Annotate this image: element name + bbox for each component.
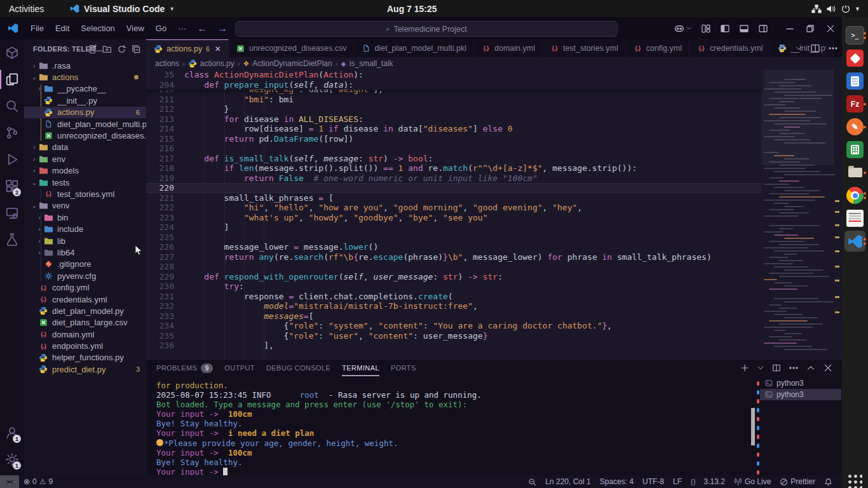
prettier[interactable]: Prettier	[775, 475, 820, 488]
tree-item-venv[interactable]: ⌄venv	[24, 200, 146, 212]
tree-item-actions[interactable]: ⌄actions	[24, 71, 146, 83]
terminal-instance[interactable]: python3	[760, 377, 841, 389]
testing-icon[interactable]	[0, 226, 24, 253]
close-icon[interactable]	[825, 24, 836, 34]
tab-unrecognized-diseases-csv[interactable]: unrecognized_diseases.csv	[229, 39, 355, 57]
overview-ruler[interactable]	[834, 70, 842, 359]
sidebar-left-icon[interactable]	[720, 24, 730, 34]
tree-item-pyvenv-cfg[interactable]: pyvenv.cfg	[24, 270, 146, 281]
eol[interactable]: LF	[668, 475, 686, 488]
forward-arrow-icon[interactable]: →	[212, 23, 233, 34]
new-folder-icon[interactable]	[102, 44, 112, 54]
panel-bottom-icon[interactable]	[739, 24, 749, 34]
vscode-logo-icon[interactable]	[8, 23, 18, 34]
tree-item-models[interactable]: ›models	[24, 165, 146, 177]
tree-item-env[interactable]: ›env	[24, 153, 146, 165]
python-version[interactable]: 3.13.2	[700, 475, 729, 488]
system-tray[interactable]: ▼	[811, 0, 860, 17]
breadcrumb-item[interactable]: actions	[155, 59, 179, 68]
calc-app-icon[interactable]	[844, 139, 865, 160]
settings-gear-icon[interactable]: 1	[0, 446, 24, 473]
tree-item---pycache--[interactable]: ›__pycache__	[24, 83, 146, 95]
chrome-app-icon[interactable]	[844, 185, 865, 206]
copilot-icon[interactable]	[674, 23, 692, 34]
vscode-app-icon[interactable]	[844, 231, 865, 252]
collapse-all-icon[interactable]	[132, 44, 141, 54]
minimize-icon[interactable]	[785, 24, 795, 34]
refresh-icon[interactable]	[117, 44, 126, 54]
menu-edit[interactable]: Edit	[50, 24, 75, 33]
close-icon[interactable]	[823, 363, 833, 373]
breadcrumb-item[interactable]: is_small_talk	[349, 59, 393, 68]
restore-icon[interactable]	[805, 24, 815, 34]
tree-item-predict-diet-py[interactable]: predict_diet.py3	[24, 363, 146, 375]
extensions-icon[interactable]: 2	[0, 173, 24, 200]
menu-selection[interactable]: Selection	[75, 24, 120, 33]
remote-explorer-icon[interactable]	[0, 200, 24, 226]
account-icon[interactable]: 1	[0, 419, 24, 446]
tree-item-tests[interactable]: ⌄tests	[24, 177, 146, 188]
menu-go[interactable]: Go	[150, 24, 172, 33]
chevron-up-icon[interactable]	[806, 363, 815, 372]
tree-item-diet-plan-model-multi-pkl[interactable]: diet_plan_model_multi.pkl	[24, 118, 146, 130]
layout-grid-icon[interactable]	[701, 24, 711, 34]
tab-diet-plan-model-multi-pkl[interactable]: diet_plan_model_multi.pkl	[354, 39, 474, 57]
menu-view[interactable]: View	[121, 24, 150, 33]
tree-item-unrecognized-diseases-csv[interactable]: unrecognized_diseases.csv	[24, 130, 146, 141]
terminal-app-icon[interactable]: >_	[844, 25, 865, 46]
split-editor-icon[interactable]	[810, 43, 820, 53]
terminal-instance[interactable]: python3	[760, 389, 841, 400]
indentation[interactable]: Spaces: 4	[595, 475, 638, 488]
close-icon[interactable]: ✕	[215, 44, 221, 53]
breadcrumb[interactable]: actions›actions.py›❖ActionDynamicDietPla…	[146, 57, 842, 70]
source-control-icon[interactable]	[0, 119, 24, 146]
app-menu[interactable]: Visual Studio Code ▼	[70, 0, 175, 17]
go-live[interactable]: Go Live	[729, 475, 775, 488]
tree-item-endpoints-yml[interactable]: {..}endpoints.yml	[24, 340, 146, 351]
tab-actions-py[interactable]: actions.py6✕	[146, 39, 229, 58]
sidebar-right-icon[interactable]	[758, 24, 768, 34]
activities-button[interactable]: Activities	[9, 0, 44, 17]
scrollbar-thumb[interactable]	[751, 408, 755, 445]
breadcrumb-item[interactable]: ActionDynamicDietPlan	[252, 59, 332, 68]
cube-icon[interactable]	[0, 39, 24, 66]
search-icon[interactable]	[0, 93, 24, 119]
docviewer-app-icon[interactable]	[844, 208, 865, 229]
tree-item-include[interactable]: ›include	[24, 223, 146, 234]
plus-icon[interactable]	[740, 363, 749, 372]
terminal-scrollbar[interactable]	[751, 379, 755, 474]
tree-item-data[interactable]: ›data	[24, 142, 146, 153]
tab-domain-yml[interactable]: {..}domain.yml	[474, 39, 543, 57]
more-icon[interactable]	[828, 43, 838, 53]
panel-tab-output[interactable]: OUTPUT	[224, 360, 255, 376]
tree-item---init---py[interactable]: __init__.py	[24, 95, 146, 106]
remote-indicator[interactable]: ><	[0, 475, 19, 488]
clock[interactable]: Aug 7 15:25	[387, 0, 437, 17]
tree-item--gitignore[interactable]: .gitignore	[24, 259, 146, 270]
tree-item-lib64[interactable]: ›lib64	[24, 247, 146, 258]
panel-tab-debug-console[interactable]: DEBUG CONSOLE	[266, 360, 330, 376]
minimap[interactable]	[761, 70, 834, 359]
explorer-icon[interactable]	[0, 66, 24, 93]
tree-item-bin[interactable]: ›bin	[24, 212, 146, 223]
run-debug-icon[interactable]	[0, 146, 24, 173]
files-app-icon[interactable]	[844, 162, 865, 183]
tree-item-diet-plan-model-py[interactable]: diet_plan_model.py	[24, 305, 146, 316]
tree-item-diet-plans-large-csv[interactable]: diet_plans_large.csv	[24, 317, 146, 329]
tree-item-helper-functions-py[interactable]: helper_functions.py	[24, 352, 146, 363]
back-arrow-icon[interactable]: ←	[192, 23, 212, 34]
writer-app-icon[interactable]	[844, 71, 865, 92]
panel-tab-terminal[interactable]: TERMINAL	[342, 360, 379, 376]
tree-item--rasa[interactable]: ›.rasa	[24, 60, 146, 71]
problems-status[interactable]: ⊗0 ⚠9	[19, 475, 57, 488]
panel-tab-problems[interactable]: PROBLEMS9	[156, 360, 213, 376]
new-file-icon[interactable]	[88, 44, 97, 54]
chevron-down-icon[interactable]	[757, 364, 764, 372]
tree-item-credentials-yml[interactable]: {..}credentials.yml	[24, 294, 146, 305]
cursor-position[interactable]: Ln 220, Col 1	[541, 475, 595, 488]
panel-tab-ports[interactable]: PORTS	[391, 360, 416, 376]
chevron-down-icon[interactable]	[795, 44, 803, 52]
tab-test-stories-yml[interactable]: {..}test_stories.yml	[543, 39, 626, 57]
notifications[interactable]	[820, 475, 837, 488]
editor[interactable]: 210 "weight_kg": data["weight"],211 "bmi…	[146, 70, 842, 359]
